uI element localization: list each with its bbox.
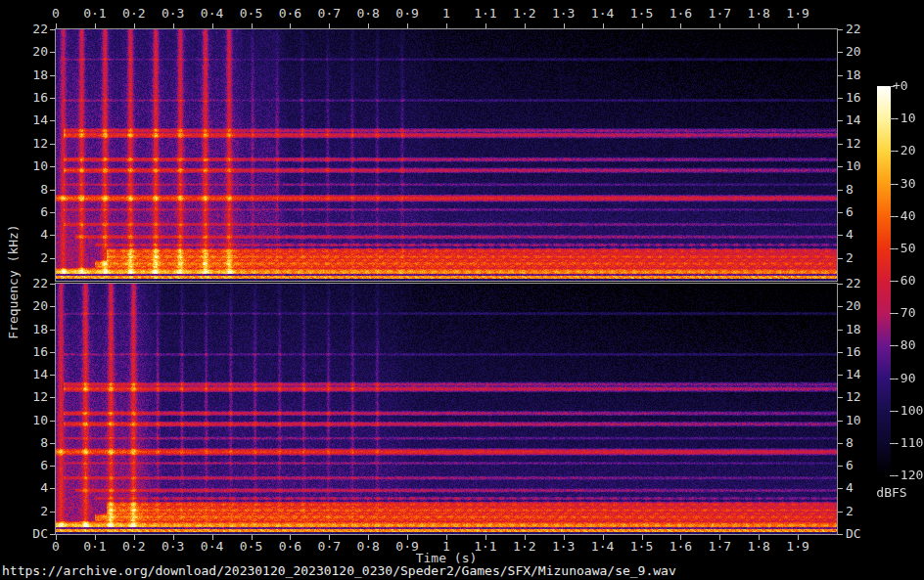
x-tick-mark — [329, 23, 330, 28]
freq-tick-label: 2 — [846, 505, 854, 518]
freq-tick-label: 8 — [0, 183, 48, 197]
x-tick-label: 1·9 — [786, 7, 808, 21]
x-tick-mark — [252, 23, 253, 28]
freq-tick-mark — [50, 120, 55, 121]
freq-tick-label: 14 — [846, 113, 861, 127]
freq-tick-mark — [838, 488, 843, 489]
x-tick-mark — [212, 23, 213, 28]
x-tick-label: 1·8 — [747, 7, 769, 21]
freq-tick-label: 20 — [0, 299, 48, 313]
x-tick-mark — [134, 23, 135, 28]
freq-tick-mark — [50, 212, 55, 213]
freq-tick-mark — [50, 352, 55, 353]
colorbar-tick-label: -90 — [893, 372, 915, 385]
colorbar-tick-label: +0 — [893, 79, 908, 93]
freq-tick-label: 16 — [0, 345, 48, 359]
x-tick-label: 0·9 — [395, 7, 418, 21]
freq-tick-label: DC — [846, 527, 861, 541]
freq-tick-mark — [838, 512, 843, 513]
freq-tick-mark — [50, 330, 55, 331]
colorbar — [877, 86, 891, 475]
freq-tick-mark — [50, 190, 55, 191]
x-tick-label: 0·2 — [122, 7, 145, 21]
freq-tick-label: 4 — [846, 228, 854, 242]
colorbar-tick-label: -50 — [893, 242, 915, 255]
freq-tick-label: 14 — [0, 368, 48, 381]
x-tick-label: 1·2 — [513, 7, 535, 21]
freq-tick-mark — [50, 29, 55, 30]
x-tick-mark — [603, 23, 604, 28]
freq-tick-mark — [838, 190, 843, 191]
freq-tick-mark — [838, 534, 843, 535]
freq-tick-label: 16 — [846, 345, 861, 359]
freq-tick-label: DC — [0, 527, 48, 541]
x-tick-mark — [173, 23, 174, 28]
freq-tick-mark — [838, 258, 843, 259]
x-tick-label: 0·6 — [279, 540, 301, 554]
freq-tick-label: 20 — [846, 299, 861, 313]
x-tick-label: 0·8 — [356, 540, 379, 554]
freq-tick-label: 4 — [0, 228, 48, 242]
colorbar-tick-label: -30 — [893, 177, 915, 191]
x-tick-label: 0·1 — [83, 540, 106, 554]
x-tick-label: 0·5 — [240, 540, 262, 554]
freq-tick-label: 18 — [846, 68, 861, 82]
freq-tick-mark — [838, 75, 843, 76]
freq-tick-label: 16 — [0, 91, 48, 105]
freq-tick-mark — [50, 258, 55, 259]
colorbar-tick-label: -110 — [893, 436, 923, 450]
freq-tick-mark — [838, 52, 843, 53]
x-tick-label: 0·6 — [279, 7, 301, 21]
x-tick-label: 1·4 — [591, 7, 614, 21]
freq-tick-mark — [838, 397, 843, 398]
x-tick-label: 1·7 — [709, 540, 731, 554]
freq-tick-label: 10 — [0, 159, 48, 173]
freq-tick-mark — [50, 284, 55, 285]
freq-tick-mark — [50, 98, 55, 99]
colorbar-tick-label: -20 — [893, 144, 915, 157]
source-url: https://archive.org/download/20230120_20… — [2, 563, 676, 578]
x-tick-label: 1·5 — [630, 540, 653, 554]
x-tick-label: 0 — [52, 540, 60, 554]
freq-tick-mark — [838, 98, 843, 99]
freq-tick-label: 12 — [846, 137, 861, 151]
x-tick-mark — [290, 23, 291, 28]
freq-tick-label: 14 — [846, 368, 861, 381]
freq-tick-mark — [50, 52, 55, 53]
spectrogram-figure: Frequency (kHz) 00·10·20·30·40·50·60·70·… — [0, 0, 924, 580]
x-tick-label: 1·6 — [670, 540, 692, 554]
x-tick-label: 1·8 — [747, 540, 769, 554]
freq-tick-label: 2 — [846, 251, 854, 265]
colorbar-tick-label: -120 — [893, 468, 923, 482]
freq-tick-mark — [50, 534, 55, 535]
freq-tick-label: 10 — [846, 414, 861, 427]
x-tick-label: 1·5 — [630, 7, 653, 21]
freq-tick-label: 8 — [846, 436, 854, 450]
x-tick-label: 0·7 — [318, 540, 341, 554]
freq-tick-mark — [838, 352, 843, 353]
colorbar-tick-label: -80 — [893, 338, 915, 352]
freq-tick-mark — [838, 375, 843, 376]
freq-tick-mark — [50, 166, 55, 167]
x-tick-label: 1·1 — [474, 540, 496, 554]
freq-tick-label: 8 — [846, 183, 854, 197]
x-tick-label: 1·7 — [709, 7, 731, 21]
spectrogram-channel-1 — [56, 29, 837, 281]
freq-tick-mark — [50, 235, 55, 236]
colorbar-tick-label: -100 — [893, 404, 923, 418]
freq-tick-label: 16 — [846, 91, 861, 105]
freq-tick-mark — [838, 120, 843, 121]
x-tick-mark — [407, 23, 408, 28]
spectrogram-channel-2 — [56, 284, 837, 534]
freq-tick-label: 10 — [0, 414, 48, 427]
x-tick-label: 1 — [442, 7, 450, 21]
x-tick-label: 0·3 — [162, 7, 184, 21]
freq-tick-mark — [50, 488, 55, 489]
freq-tick-label: 4 — [846, 481, 854, 495]
freq-tick-mark — [50, 144, 55, 145]
colorbar-tick-label: -60 — [893, 274, 915, 288]
x-tick-label: 0·3 — [162, 540, 184, 554]
freq-tick-mark — [838, 284, 843, 285]
freq-tick-mark — [838, 421, 843, 422]
freq-tick-label: 18 — [846, 323, 861, 336]
